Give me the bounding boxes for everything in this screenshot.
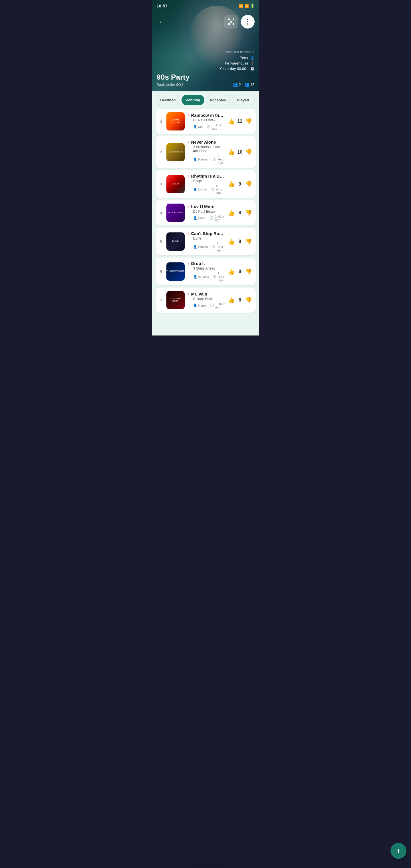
- song-details: ♪ Luv U More DJ Paul Elstak 👤 Ethan 🕐 1 …: [188, 204, 225, 222]
- time-info: 🕐 1 Hour ago: [207, 123, 225, 130]
- thumbs-up-button[interactable]: 👍: [228, 209, 235, 216]
- song-artist: Culture Beat: [188, 297, 225, 301]
- requester-name: Amelia: [198, 245, 208, 248]
- time-ago: 1 Hour ago: [218, 154, 225, 164]
- event-meta-right: Peter 👤 The warehouse 📍 Yesterday 00:00 …: [157, 56, 255, 71]
- red-attendees: 👥 15: [244, 82, 254, 87]
- vote-count: 8: [237, 210, 243, 215]
- tabs-container: Declined Pending Accepted Played: [152, 91, 259, 109]
- song-artwork: Dune: [166, 232, 185, 251]
- requester-name: Isabella: [198, 275, 209, 278]
- requester-icon: 👤: [193, 188, 197, 191]
- location-icon: 📍: [250, 61, 255, 65]
- clock-icon: 🕐: [210, 188, 214, 191]
- thumbs-down-button[interactable]: 👎: [245, 181, 252, 188]
- requester-icon: 👤: [193, 216, 197, 220]
- song-details: ♪ Mr. Vain Culture Beat 👤 Henry 🕐 1 Hour…: [188, 291, 225, 309]
- vote-count: 9: [237, 182, 243, 187]
- clock-icon: 🕐: [210, 216, 214, 220]
- requester-name: Henry: [198, 304, 207, 307]
- song-details: ♪ Rhythm Is a Dancer (O... Snap! 👤 Logan…: [188, 174, 225, 194]
- vote-section: 👍 12 👎: [228, 118, 252, 125]
- back-arrow-icon: ←: [159, 19, 165, 25]
- vote-section: 👍 9 👎: [228, 181, 252, 188]
- clock-icon: 🕐: [213, 158, 217, 161]
- hero-section: 10:57 📶 📶 🔋 ←: [152, 0, 259, 91]
- time-info: 🕐 1 Hour ago: [212, 272, 225, 282]
- event-owner-row: Peter 👤: [240, 56, 254, 60]
- song-card: 7 Culture Beat ♪ Mr. Vain Culture Beat 👤…: [156, 287, 256, 313]
- thumbs-down-button[interactable]: 👎: [245, 238, 252, 245]
- vote-count: 8: [237, 269, 243, 274]
- tab-declined[interactable]: Declined: [157, 95, 180, 105]
- vote-section: 👍 8 👎: [228, 238, 252, 245]
- time-info: 🕐 1 Hour ago: [211, 242, 225, 252]
- song-details: ♪ Never Alone 2 Brothers On the 4th Floo…: [188, 140, 225, 164]
- requester-info: 👤 Isabella: [193, 272, 209, 282]
- vote-count: 10: [237, 150, 243, 155]
- vote-count: 8: [237, 239, 243, 244]
- music-note-icon: ♪: [188, 140, 190, 145]
- time-ago: 1 Hour ago: [215, 215, 225, 222]
- status-bar: 10:57 📶 📶 🔋: [152, 0, 259, 10]
- menu-button[interactable]: [241, 15, 255, 29]
- requester-info: 👤 Mia: [193, 123, 203, 130]
- thumbs-up-button[interactable]: 👍: [228, 238, 235, 245]
- red-count: 15: [250, 83, 254, 87]
- song-title: Can't Stop Raving: [191, 231, 225, 236]
- thumbs-down-button[interactable]: 👎: [245, 297, 252, 304]
- qr-button[interactable]: [224, 15, 238, 29]
- time-info: 🕐 1 Hour ago: [213, 154, 225, 164]
- song-artist: 3 Steps Ahead: [188, 267, 225, 270]
- thumbs-up-button[interactable]: 👍: [228, 181, 235, 188]
- thumbs-down-button[interactable]: 👎: [245, 118, 252, 125]
- back-button[interactable]: ←: [157, 17, 167, 27]
- requester-info: 👤 Henry: [193, 302, 207, 309]
- qr-code-icon: [228, 19, 234, 25]
- song-artwork: Paul Elstak: [166, 204, 185, 222]
- thumbs-up-button[interactable]: 👍: [228, 118, 235, 125]
- requester-icon: 👤: [193, 304, 197, 307]
- owner-label: Peter: [240, 56, 248, 60]
- thumbs-down-button[interactable]: 👎: [245, 209, 252, 216]
- signal-icon: 📶: [245, 4, 249, 8]
- thumbs-up-button[interactable]: 👍: [228, 149, 235, 156]
- status-time: 10:57: [157, 3, 167, 8]
- song-artist: Dune: [188, 237, 225, 240]
- tab-pending[interactable]: Pending: [182, 95, 204, 105]
- song-meta: 👤 Isabella 🕐 1 Hour ago: [188, 272, 225, 282]
- song-title: Drop It: [191, 261, 205, 266]
- song-meta: 👤 Logan 🕐 1 Hour ago: [188, 184, 225, 194]
- song-artist: 2 Brothers On the 4th Floor: [188, 145, 225, 153]
- tab-accepted[interactable]: Accepted: [207, 95, 229, 105]
- song-title: Rhythm Is a Dancer (O...: [191, 174, 225, 179]
- vote-section: 👍 8 👎: [228, 297, 252, 304]
- attendees-info: 👥 2 👥 15: [233, 82, 255, 87]
- song-number: 7: [159, 298, 163, 302]
- song-meta: 👤 Hannah 🕐 1 Hour ago: [188, 154, 225, 164]
- status-icons: 📶 📶 🔋: [239, 4, 255, 8]
- song-meta: 👤 Mia 🕐 1 Hour ago: [188, 123, 225, 130]
- thumbs-up-button[interactable]: 👍: [228, 297, 235, 304]
- person-icon: 👤: [250, 56, 255, 60]
- song-title-row: ♪ Mr. Vain: [188, 291, 225, 297]
- music-note-icon: ♪: [188, 261, 190, 266]
- song-number: 4: [159, 211, 163, 215]
- thumbs-up-button[interactable]: 👍: [228, 268, 235, 275]
- giphy-label: POWERED BY GIPHY: [224, 51, 254, 53]
- time-ago: 1 Hour ago: [216, 242, 225, 252]
- clock-icon: 🕐: [210, 304, 214, 307]
- song-card: 5 Dune ♪ Can't Stop Raving Dune 👤 Amelia…: [156, 227, 256, 255]
- thumbs-down-button[interactable]: 👎: [245, 268, 252, 275]
- music-note-icon: ♪: [188, 113, 190, 117]
- top-right-buttons: [224, 15, 255, 29]
- song-card: 6 Thunderdome ♪ Drop It 3 Steps Ahead 👤 …: [156, 257, 256, 285]
- time-info: 🕐 1 Hour ago: [210, 302, 225, 309]
- tab-played[interactable]: Played: [232, 95, 255, 105]
- requester-name: Logan: [198, 188, 207, 191]
- vote-section: 👍 8 👎: [228, 268, 252, 275]
- song-title-row: ♪ Never Alone: [188, 140, 225, 145]
- thumbs-down-button[interactable]: 👎: [245, 149, 252, 156]
- datetime-label: Yesterday 00:00 -: [220, 66, 248, 71]
- song-artwork: Thunderdome: [166, 262, 185, 281]
